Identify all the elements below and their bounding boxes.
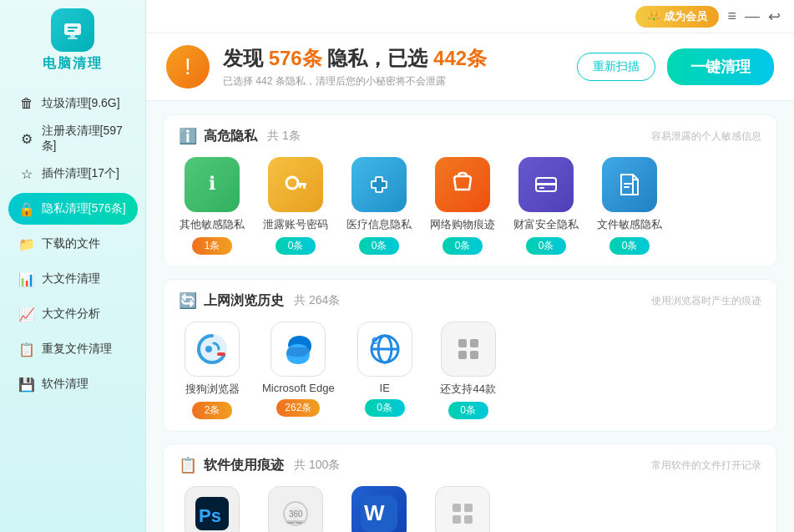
biganalysis-icon: 📈 bbox=[18, 306, 35, 322]
sidebar-item-label: 注册表清理[597条] bbox=[42, 124, 128, 154]
sidebar-item-label: 重复文件清理 bbox=[42, 342, 128, 357]
svg-text:ℹ: ℹ bbox=[209, 173, 215, 194]
svg-rect-19 bbox=[624, 183, 632, 185]
app-title: 电脑清理 bbox=[43, 55, 103, 73]
svg-rect-17 bbox=[539, 187, 544, 189]
sidebar-item-duplicate[interactable]: 📋 重复文件清理 bbox=[8, 333, 138, 365]
svg-rect-14 bbox=[372, 182, 386, 187]
warning-icon: ! bbox=[166, 45, 210, 89]
svg-text:Ps: Ps bbox=[199, 505, 221, 526]
svg-point-7 bbox=[286, 177, 298, 189]
edge-icon bbox=[271, 322, 326, 377]
rescan-button[interactable]: 重新扫描 bbox=[577, 53, 655, 81]
back-button[interactable]: ↩ bbox=[768, 8, 781, 26]
selected-count: 442条 bbox=[433, 47, 487, 69]
sidebar-item-privacy[interactable]: 🔒 隐私清理[576条] bbox=[8, 193, 138, 225]
list-item[interactable]: Ps PhotoShop 100条 bbox=[179, 486, 245, 532]
more-browsers-icon bbox=[441, 322, 496, 377]
list-item[interactable]: 网络购物痕迹 0条 bbox=[429, 157, 496, 255]
sidebar-item-label: 隐私清理[576条] bbox=[42, 201, 128, 216]
trash-icon: 🗑 bbox=[18, 95, 35, 112]
section-high-risk: ℹ️ 高危隐私 共 1条 容易泄露的个人敏感信息 ℹ 其他敏感隐私 1条 bbox=[163, 114, 777, 267]
sougou-icon bbox=[185, 322, 240, 377]
header-text: 发现 576条 隐私，已选 442条 已选择 442 条隐私，清理后您的小秘密将… bbox=[223, 45, 564, 89]
found-count: 576条 bbox=[269, 47, 322, 69]
list-item[interactable]: 还支持44款 0条 bbox=[435, 322, 502, 419]
browser-items-row: 搜狗浏览器 2条 Microsoft Edge 262条 bbox=[179, 322, 761, 419]
sidebar-item-bigfile[interactable]: 📊 大文件清理 bbox=[8, 263, 138, 295]
wps-icon: W bbox=[351, 486, 407, 532]
svg-rect-16 bbox=[536, 183, 556, 185]
privacy-icon: 🔒 bbox=[18, 200, 35, 217]
list-item[interactable]: 文件敏感隐私 0条 bbox=[596, 157, 663, 255]
medical-icon bbox=[351, 157, 407, 212]
header-actions: 重新扫描 一键清理 bbox=[577, 48, 774, 85]
svg-rect-23 bbox=[217, 352, 225, 356]
svg-rect-35 bbox=[287, 522, 294, 524]
svg-rect-3 bbox=[70, 35, 75, 38]
section-header: ℹ️ 高危隐私 共 1条 容易泄露的个人敏感信息 bbox=[179, 127, 761, 145]
list-item[interactable]: 财富安全隐私 0条 bbox=[513, 157, 579, 255]
svg-rect-8 bbox=[296, 183, 306, 185]
app-logo: 电脑清理 bbox=[43, 8, 103, 73]
clean-button[interactable]: 一键清理 bbox=[667, 48, 774, 85]
downloads-icon: 📁 bbox=[18, 236, 35, 252]
topbar: 👑 成为会员 ≡ — ↩ bbox=[146, 0, 794, 33]
finance-icon bbox=[518, 157, 574, 212]
sidebar-item-trash[interactable]: 🗑 垃圾清理[9.6G] bbox=[8, 88, 138, 119]
software-items-row: Ps PhotoShop 100条 360 bbox=[179, 486, 761, 532]
header-banner: ! 发现 576条 隐私，已选 442条 已选择 442 条隐私，清理后您的小秘… bbox=[146, 33, 794, 101]
file-icon bbox=[602, 157, 657, 212]
sidebar-item-registry[interactable]: ⚙ 注册表清理[597条] bbox=[8, 123, 138, 155]
section-browser-history: 🔄 上网浏览历史 共 264条 使用浏览器时产生的痕迹 bbox=[163, 279, 777, 432]
section-software-trace: 📋 软件使用痕迹 共 100条 常用软件的文件打开记录 Ps PhotoShop bbox=[163, 443, 777, 532]
section-title-area: 📋 软件使用痕迹 共 100条 bbox=[179, 456, 340, 474]
svg-rect-4 bbox=[68, 38, 78, 39]
list-item[interactable]: e IE 0条 bbox=[351, 322, 418, 419]
main-wrapper: 👑 成为会员 ≡ — ↩ ! 发现 576条 隐私，已选 442条 已选择 44… bbox=[146, 0, 794, 532]
sidebar-item-plugins[interactable]: ☆ 插件清理[17个] bbox=[8, 158, 138, 190]
software-section-icon: 📋 bbox=[179, 456, 197, 474]
svg-rect-1 bbox=[68, 27, 78, 28]
svg-rect-2 bbox=[68, 30, 74, 32]
list-item[interactable]: 泄露账号密码 0条 bbox=[262, 157, 329, 255]
list-item[interactable]: 360 360压缩 0条 bbox=[262, 486, 329, 532]
menu-button[interactable]: ≡ bbox=[727, 8, 736, 25]
more-software-icon bbox=[435, 486, 490, 532]
info-icon: ℹ bbox=[185, 157, 240, 212]
sidebar-item-label: 大文件清理 bbox=[42, 271, 128, 286]
key-icon bbox=[268, 157, 323, 212]
content-scroll[interactable]: ℹ️ 高危隐私 共 1条 容易泄露的个人敏感信息 ℹ 其他敏感隐私 1条 bbox=[146, 101, 794, 532]
list-item[interactable]: 医疗信息隐私 0条 bbox=[346, 157, 412, 255]
high-risk-items-row: ℹ 其他敏感隐私 1条 泄露账号密码 0条 bbox=[179, 157, 761, 255]
sidebar-item-biganalysis[interactable]: 📈 大文件分析 bbox=[8, 298, 138, 330]
svg-rect-10 bbox=[299, 185, 301, 188]
list-item[interactable]: Microsoft Edge 262条 bbox=[262, 322, 335, 419]
sidebar-item-software[interactable]: 💾 软件清理 bbox=[8, 368, 138, 400]
registry-icon: ⚙ bbox=[18, 130, 35, 147]
section-header: 🔄 上网浏览历史 共 264条 使用浏览器时产生的痕迹 bbox=[179, 291, 761, 310]
svg-text:360: 360 bbox=[289, 509, 303, 519]
plugins-icon: ☆ bbox=[18, 165, 35, 182]
svg-rect-36 bbox=[296, 522, 302, 524]
logo-icon bbox=[51, 8, 94, 52]
svg-rect-20 bbox=[624, 186, 630, 188]
sidebar-item-label: 插件清理[17个] bbox=[42, 166, 128, 181]
svg-rect-0 bbox=[64, 23, 81, 35]
sidebar-item-label: 垃圾清理[9.6G] bbox=[42, 96, 128, 111]
section-title-area: 🔄 上网浏览历史 共 264条 bbox=[179, 291, 340, 310]
list-item[interactable]: 搜狗浏览器 2条 bbox=[179, 322, 245, 419]
browser-section-icon: 🔄 bbox=[179, 291, 197, 310]
vip-button[interactable]: 👑 成为会员 bbox=[635, 6, 719, 28]
svg-text:e: e bbox=[372, 333, 378, 347]
section-title-area: ℹ️ 高危隐私 共 1条 bbox=[179, 127, 301, 145]
duplicate-icon: 📋 bbox=[18, 341, 35, 357]
minimize-button[interactable]: — bbox=[745, 8, 760, 25]
list-item[interactable]: 还支持30款 0条 bbox=[429, 486, 496, 532]
svg-point-22 bbox=[205, 346, 212, 352]
360zip-icon: 360 bbox=[268, 486, 323, 532]
list-item[interactable]: ℹ 其他敏感隐私 1条 bbox=[179, 157, 245, 255]
list-item[interactable]: W WPS 0条 bbox=[346, 486, 412, 532]
sidebar-item-downloads[interactable]: 📁 下载的文件 bbox=[8, 228, 138, 260]
header-title: 发现 576条 隐私，已选 442条 bbox=[223, 45, 564, 72]
